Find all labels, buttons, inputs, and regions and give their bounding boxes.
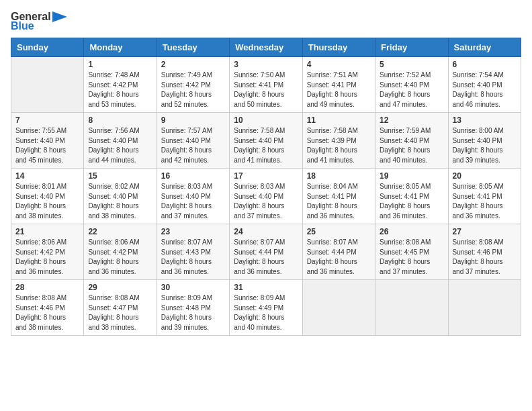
calendar-header: SundayMondayTuesdayWednesdayThursdayFrid… — [11, 38, 521, 57]
cell-info: Sunrise: 8:06 AM Sunset: 4:42 PM Dayligh… — [88, 238, 152, 277]
calendar-cell: 12Sunrise: 7:59 AM Sunset: 4:40 PM Dayli… — [375, 113, 448, 169]
cell-info: Sunrise: 8:05 AM Sunset: 4:41 PM Dayligh… — [380, 182, 443, 221]
day-number: 9 — [161, 116, 225, 125]
day-number: 30 — [161, 283, 225, 292]
cell-info: Sunrise: 8:09 AM Sunset: 4:48 PM Dayligh… — [161, 293, 225, 332]
calendar-cell: 30Sunrise: 8:09 AM Sunset: 4:48 PM Dayli… — [157, 280, 229, 336]
calendar-cell: 10Sunrise: 7:58 AM Sunset: 4:40 PM Dayli… — [230, 113, 302, 169]
cell-info: Sunrise: 7:50 AM Sunset: 4:41 PM Dayligh… — [234, 71, 298, 109]
day-number: 29 — [88, 283, 152, 292]
calendar-cell: 27Sunrise: 8:08 AM Sunset: 4:46 PM Dayli… — [448, 224, 521, 280]
calendar-cell: 23Sunrise: 8:07 AM Sunset: 4:43 PM Dayli… — [157, 224, 229, 280]
calendar-cell: 9Sunrise: 7:57 AM Sunset: 4:40 PM Daylig… — [157, 113, 229, 169]
day-number: 18 — [307, 171, 371, 181]
calendar-cell: 14Sunrise: 8:01 AM Sunset: 4:40 PM Dayli… — [11, 169, 84, 224]
svg-marker-0 — [52, 11, 67, 22]
day-header-thursday: Thursday — [302, 38, 375, 57]
calendar-cell: 1Sunrise: 7:48 AM Sunset: 4:42 PM Daylig… — [84, 57, 157, 113]
day-number: 21 — [15, 227, 79, 236]
cell-info: Sunrise: 8:01 AM Sunset: 4:40 PM Dayligh… — [15, 182, 79, 221]
calendar-cell: 26Sunrise: 8:08 AM Sunset: 4:45 PM Dayli… — [375, 224, 448, 280]
calendar-cell: 15Sunrise: 8:02 AM Sunset: 4:40 PM Dayli… — [84, 169, 157, 224]
cell-info: Sunrise: 7:56 AM Sunset: 4:40 PM Dayligh… — [88, 126, 152, 165]
cell-info: Sunrise: 7:49 AM Sunset: 4:42 PM Dayligh… — [161, 71, 225, 109]
calendar-cell — [11, 57, 84, 113]
calendar-cell: 29Sunrise: 8:08 AM Sunset: 4:47 PM Dayli… — [84, 280, 157, 336]
day-number: 28 — [15, 283, 79, 292]
calendar-cell — [448, 280, 521, 336]
day-number: 3 — [234, 60, 298, 69]
calendar-cell — [302, 280, 375, 336]
day-number: 13 — [453, 116, 517, 125]
day-number: 2 — [161, 60, 225, 69]
logo-arrow-icon — [52, 11, 67, 22]
day-number: 15 — [88, 171, 152, 181]
cell-info: Sunrise: 7:57 AM Sunset: 4:40 PM Dayligh… — [161, 126, 225, 165]
cell-info: Sunrise: 7:48 AM Sunset: 4:42 PM Dayligh… — [88, 71, 152, 109]
day-number: 24 — [234, 227, 298, 236]
day-number: 12 — [380, 116, 443, 125]
calendar-cell: 17Sunrise: 8:03 AM Sunset: 4:40 PM Dayli… — [230, 169, 302, 224]
cell-info: Sunrise: 8:07 AM Sunset: 4:44 PM Dayligh… — [307, 238, 371, 277]
calendar-week-row: 7Sunrise: 7:55 AM Sunset: 4:40 PM Daylig… — [11, 113, 521, 169]
day-number: 14 — [15, 171, 79, 181]
cell-info: Sunrise: 7:55 AM Sunset: 4:40 PM Dayligh… — [15, 126, 79, 165]
day-number: 23 — [161, 227, 225, 236]
cell-info: Sunrise: 8:07 AM Sunset: 4:44 PM Dayligh… — [234, 238, 298, 277]
day-header-friday: Friday — [375, 38, 448, 57]
cell-info: Sunrise: 8:06 AM Sunset: 4:42 PM Dayligh… — [15, 238, 79, 277]
calendar-cell: 7Sunrise: 7:55 AM Sunset: 4:40 PM Daylig… — [11, 113, 84, 169]
cell-info: Sunrise: 8:08 AM Sunset: 4:45 PM Dayligh… — [380, 238, 443, 277]
day-header-monday: Monday — [84, 38, 157, 57]
cell-info: Sunrise: 8:03 AM Sunset: 4:40 PM Dayligh… — [234, 182, 298, 221]
cell-info: Sunrise: 8:03 AM Sunset: 4:40 PM Dayligh… — [161, 182, 225, 221]
day-number: 25 — [307, 227, 371, 236]
calendar-cell: 19Sunrise: 8:05 AM Sunset: 4:41 PM Dayli… — [375, 169, 448, 224]
day-header-wednesday: Wednesday — [230, 38, 302, 57]
day-number: 6 — [453, 60, 517, 69]
calendar-cell: 20Sunrise: 8:05 AM Sunset: 4:41 PM Dayli… — [448, 169, 521, 224]
cell-info: Sunrise: 7:59 AM Sunset: 4:40 PM Dayligh… — [380, 126, 443, 165]
calendar-cell: 25Sunrise: 8:07 AM Sunset: 4:44 PM Dayli… — [302, 224, 375, 280]
cell-info: Sunrise: 8:08 AM Sunset: 4:47 PM Dayligh… — [88, 293, 152, 332]
cell-info: Sunrise: 8:08 AM Sunset: 4:46 PM Dayligh… — [453, 238, 517, 277]
calendar-cell: 28Sunrise: 8:08 AM Sunset: 4:46 PM Dayli… — [11, 280, 84, 336]
calendar-cell: 21Sunrise: 8:06 AM Sunset: 4:42 PM Dayli… — [11, 224, 84, 280]
day-number: 27 — [453, 227, 517, 236]
calendar-cell: 24Sunrise: 8:07 AM Sunset: 4:44 PM Dayli… — [230, 224, 302, 280]
day-header-sunday: Sunday — [11, 38, 84, 57]
day-header-tuesday: Tuesday — [157, 38, 229, 57]
day-number: 1 — [88, 60, 152, 69]
day-number: 26 — [380, 227, 443, 236]
day-number: 16 — [161, 171, 225, 181]
calendar-week-row: 28Sunrise: 8:08 AM Sunset: 4:46 PM Dayli… — [11, 280, 521, 336]
day-number: 7 — [15, 116, 79, 125]
day-number: 31 — [234, 283, 298, 292]
day-number: 20 — [453, 171, 517, 181]
day-number: 5 — [380, 60, 443, 69]
calendar-table: SundayMondayTuesdayWednesdayThursdayFrid… — [11, 38, 521, 336]
day-number: 10 — [234, 116, 298, 125]
calendar-cell: 16Sunrise: 8:03 AM Sunset: 4:40 PM Dayli… — [157, 169, 229, 224]
calendar-week-row: 1Sunrise: 7:48 AM Sunset: 4:42 PM Daylig… — [11, 57, 521, 113]
day-number: 17 — [234, 171, 298, 181]
logo: General Blue — [11, 11, 67, 32]
cell-info: Sunrise: 8:05 AM Sunset: 4:41 PM Dayligh… — [453, 182, 517, 221]
calendar-cell: 2Sunrise: 7:49 AM Sunset: 4:42 PM Daylig… — [157, 57, 229, 113]
day-header-saturday: Saturday — [448, 38, 521, 57]
cell-info: Sunrise: 8:07 AM Sunset: 4:43 PM Dayligh… — [161, 238, 225, 277]
calendar-cell: 4Sunrise: 7:51 AM Sunset: 4:41 PM Daylig… — [302, 57, 375, 113]
day-number: 19 — [380, 171, 443, 181]
cell-info: Sunrise: 7:58 AM Sunset: 4:39 PM Dayligh… — [307, 126, 371, 165]
day-number: 8 — [88, 116, 152, 125]
cell-info: Sunrise: 7:52 AM Sunset: 4:40 PM Dayligh… — [380, 71, 443, 109]
calendar-cell — [375, 280, 448, 336]
day-number: 4 — [307, 60, 371, 69]
calendar-cell: 31Sunrise: 8:09 AM Sunset: 4:49 PM Dayli… — [230, 280, 302, 336]
day-number: 22 — [88, 227, 152, 236]
calendar-cell: 11Sunrise: 7:58 AM Sunset: 4:39 PM Dayli… — [302, 113, 375, 169]
calendar-cell: 18Sunrise: 8:04 AM Sunset: 4:41 PM Dayli… — [302, 169, 375, 224]
cell-info: Sunrise: 8:08 AM Sunset: 4:46 PM Dayligh… — [15, 293, 79, 332]
cell-info: Sunrise: 7:54 AM Sunset: 4:40 PM Dayligh… — [453, 71, 517, 109]
cell-info: Sunrise: 7:58 AM Sunset: 4:40 PM Dayligh… — [234, 126, 298, 165]
